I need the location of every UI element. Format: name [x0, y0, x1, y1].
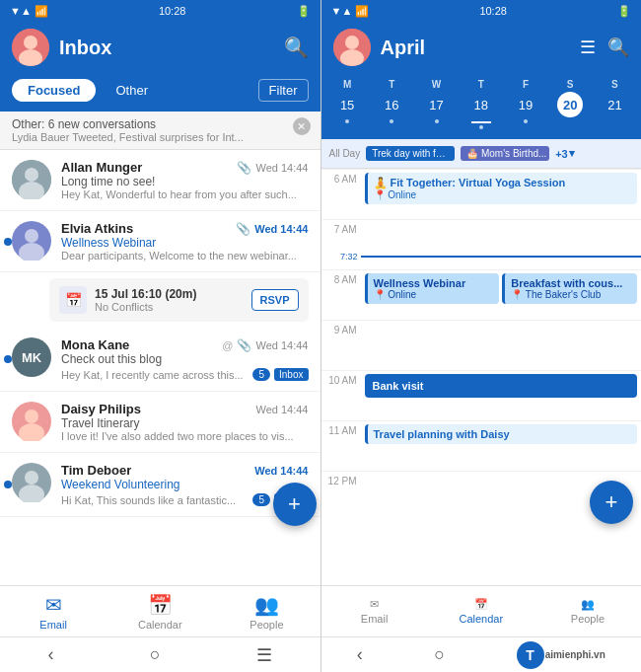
date-elvia: Wed 14:44: [254, 223, 308, 235]
unread-dot-tim: [4, 481, 12, 488]
svg-point-16: [345, 36, 359, 49]
preview-daisy: I love it! I've also added two more plac…: [61, 430, 309, 442]
list-view-icon[interactable]: ☰: [580, 37, 596, 58]
home-button[interactable]: ○: [150, 644, 161, 665]
email-item-tim[interactable]: Tim Deboer Wed 14:44 Weekend Volunteerin…: [0, 453, 320, 517]
left-status-bar: ▼▲ 📶 10:28 🔋: [0, 0, 320, 22]
current-time-slot: 7 AM 7:32: [321, 219, 642, 269]
right-bottom-nav: ✉ Email 📅 Calendar 👥 People: [321, 585, 642, 636]
week-days-row: M 15 T 16 W 17 T 18: [325, 79, 638, 129]
all-day-more[interactable]: +3 ▾: [555, 147, 575, 160]
cal-timeline: 6 AM 🧘 Fit Together: Virtual Yoga Sessio…: [321, 169, 642, 585]
at-icon-mona: @: [222, 339, 233, 351]
right-nav-people[interactable]: 👥 People: [534, 586, 641, 636]
left-battery: 🔋: [297, 5, 311, 18]
8am-events: Wellness Webinar 📍 Online Breakfast with…: [365, 273, 638, 304]
email-item-elvia[interactable]: Elvia Atkins 📎 Wed 14:44 Wellness Webina…: [0, 211, 320, 272]
event-yoga[interactable]: 🧘 Fit Together: Virtual Yoga Session 📍 O…: [365, 173, 638, 204]
email-icon: ✉: [45, 593, 62, 617]
right-nav-calendar[interactable]: 📅 Calendar: [428, 586, 534, 636]
left-bottom-nav: ✉ Email 📅 Calendar 👥 People: [0, 585, 320, 636]
badge-tim: 5: [252, 493, 270, 506]
left-search-icon[interactable]: 🔍: [284, 36, 309, 59]
time-label-7am: 7 AM: [321, 220, 361, 269]
left-panel: ▼▲ 📶 10:28 🔋 Inbox 🔍 Focused Other Filte…: [0, 0, 320, 672]
week-day-sat[interactable]: S 20: [548, 79, 593, 129]
time-label-11am: 11 AM: [321, 421, 361, 471]
notif-main: Other: 6 new conversations: [12, 117, 244, 131]
add-event-fab[interactable]: +: [590, 481, 633, 524]
all-day-label: All Day: [329, 148, 361, 159]
left-tab-bar: Focused Other Filter: [0, 73, 320, 112]
week-underline-thu: [471, 121, 491, 123]
notif-close-button[interactable]: ✕: [293, 117, 311, 135]
week-day-fri[interactable]: F 19: [503, 79, 547, 129]
timeslot-9am: 9 AM: [321, 320, 642, 370]
people-icon: 👥: [254, 593, 279, 617]
timeslot-11am: 11 AM Travel planning with Daisy: [321, 420, 642, 471]
tab-filter[interactable]: Filter: [258, 79, 309, 102]
sender-daisy: Daisy Philips: [61, 402, 141, 416]
compose-fab[interactable]: +: [273, 483, 317, 526]
right-back-button[interactable]: ‹: [357, 644, 363, 665]
timeslot-10am: 10 AM Bank visit: [321, 370, 642, 420]
more-count: +3: [555, 148, 568, 160]
clip-icon-allan: 📎: [237, 161, 251, 175]
all-day-event-trek[interactable]: Trek day with fa...: [366, 146, 455, 161]
email-item-daisy[interactable]: Daisy Philips Wed 14:44 Travel Itinerary…: [0, 392, 320, 453]
week-dot-tue: [390, 119, 393, 123]
notification-bar: Other: 6 new conversations Lydia Bauer T…: [0, 112, 320, 150]
right-status-bar: ▼▲ 📶 10:28 🔋: [321, 0, 642, 22]
time-label-8am: 8 AM: [321, 270, 361, 320]
event-bank[interactable]: Bank visit: [365, 374, 638, 398]
right-search-icon[interactable]: 🔍: [607, 37, 629, 58]
time-content-9am: [361, 321, 642, 370]
cal-icon: 📅: [59, 286, 87, 314]
subject-elvia: Wellness Webinar: [61, 236, 309, 250]
avatar-daisy: [12, 402, 51, 441]
timeslot-7am: 7 AM: [321, 219, 642, 269]
right-avatar[interactable]: [333, 29, 371, 66]
event-yoga-loc: 📍 Online: [374, 189, 632, 200]
all-day-event-bday[interactable]: 🎂 Mom's Birthd...: [461, 146, 549, 161]
right-time: 10:28: [479, 5, 507, 17]
calendar-card-elvia[interactable]: 📅 15 Jul 16:10 (20m) No Conflicts RSVP: [49, 278, 309, 322]
subject-allan: Long time no see!: [61, 175, 309, 188]
calendar-week: M 15 T 16 W 17 T 18: [321, 73, 642, 139]
week-day-tue[interactable]: T 16: [370, 79, 414, 129]
week-day-mon[interactable]: M 15: [325, 79, 370, 129]
rsvp-button[interactable]: RSVP: [251, 289, 299, 311]
tab-other[interactable]: Other: [104, 79, 160, 102]
timeslot-8am: 8 AM Wellness Webinar 📍 Online Breakfast…: [321, 269, 642, 320]
right-home-button[interactable]: ○: [434, 644, 445, 665]
nav-calendar[interactable]: 📅 Calendar: [107, 586, 213, 636]
cal-datetime: 15 Jul 16:10 (20m): [95, 287, 244, 301]
right-battery: 🔋: [617, 5, 631, 18]
time-content-7am: [361, 220, 642, 269]
right-nav-calendar-label: Calendar: [459, 613, 503, 625]
back-button[interactable]: ‹: [48, 644, 54, 665]
event-travel[interactable]: Travel planning with Daisy: [365, 424, 638, 444]
right-nav-people-label: People: [571, 613, 605, 625]
clip-icon-elvia: 📎: [236, 222, 250, 236]
event-breakfast[interactable]: Breakfast with cous... 📍 The Baker's Clu…: [502, 273, 637, 304]
event-webinar[interactable]: Wellness Webinar 📍 Online: [365, 273, 500, 304]
email-list: Allan Munger 📎 Wed 14:44 Long time no se…: [0, 150, 320, 585]
week-day-sun[interactable]: S 21: [593, 79, 637, 129]
email-item-mona[interactable]: MK Mona Kane @ 📎 Wed 14:44 Check out thi…: [0, 328, 320, 392]
tab-focused[interactable]: Focused: [12, 79, 96, 102]
current-time-line: [361, 256, 642, 258]
nav-people[interactable]: 👥 People: [213, 586, 320, 636]
week-day-wed[interactable]: W 17: [414, 79, 459, 129]
nav-email[interactable]: ✉ Email: [0, 586, 107, 636]
event-yoga-title: 🧘 Fit Together: Virtual Yoga Session: [374, 177, 632, 189]
right-nav-email[interactable]: ✉ Email: [321, 586, 428, 636]
email-item-allan[interactable]: Allan Munger 📎 Wed 14:44 Long time no se…: [0, 150, 320, 211]
avatar-elvia: [12, 221, 51, 261]
week-day-thu[interactable]: T 18: [459, 79, 503, 129]
recents-button[interactable]: ☰: [256, 644, 272, 666]
svg-point-1: [24, 36, 37, 49]
week-dot-wed: [435, 119, 439, 123]
left-avatar[interactable]: [12, 29, 49, 66]
cal-conflicts: No Conflicts: [95, 301, 244, 313]
